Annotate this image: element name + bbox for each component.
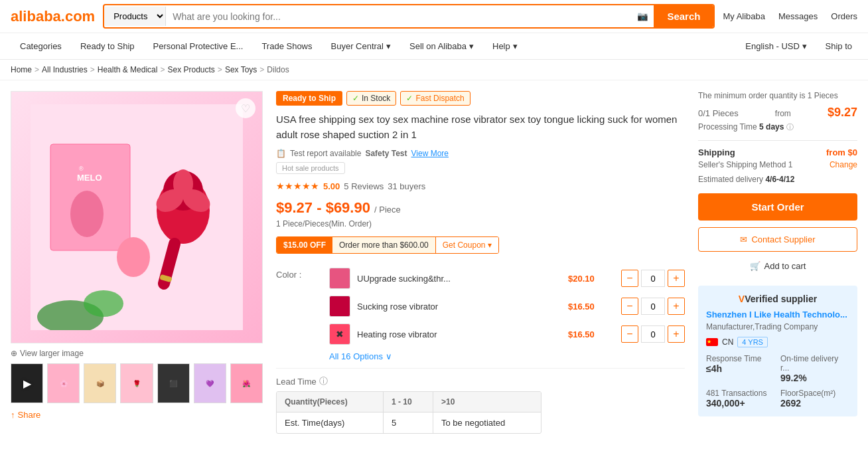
contact-supplier-button[interactable]: ✉ Contact Supplier [698, 227, 857, 252]
table-header-qty: Quantity(Pieces) [277, 392, 384, 412]
messages-link[interactable]: Messages [778, 11, 818, 21]
stat-response-time: Response Time ≤4h [706, 354, 775, 383]
qty-control-2: − + [621, 298, 685, 315]
nav-buyer-central[interactable]: Buyer Central ▾ [322, 33, 400, 59]
language-selector[interactable]: English - USD ▾ [740, 33, 812, 59]
svg-point-4 [70, 191, 104, 237]
lead-time-table: Quantity(Pieces) 1 - 10 >10 Est. Time(da… [276, 391, 542, 434]
nav-categories[interactable]: Categories [11, 33, 71, 59]
color-price-3: $16.50 [568, 329, 615, 339]
color-price-1: $20.10 [568, 274, 615, 284]
thumbnail-video[interactable] [11, 363, 43, 403]
search-bar: Products 📷 Search [103, 4, 715, 29]
ship-to[interactable]: Ship to [820, 33, 857, 59]
add-to-cart-button[interactable]: 🛒 Add to cart [698, 257, 857, 275]
stat-ontime-delivery: On-time delivery r... 99.2% [780, 354, 849, 383]
processing-time: Processing Time 5 days ⓘ [698, 122, 857, 132]
qty-spec: 0/1 Pieces [698, 108, 739, 118]
nav-ready-to-ship[interactable]: Ready to Ship [71, 33, 144, 59]
breadcrumb-sex-products[interactable]: Sex Products [167, 65, 214, 74]
verified-supplier-title: VVerified supplier [706, 294, 849, 304]
badge-in-stock: ✓ In Stock [346, 91, 396, 106]
color-name-3: Heating rose vibrator [357, 329, 561, 339]
breadcrumb-health-medical[interactable]: Health & Medical [98, 65, 158, 74]
thumbnail-3[interactable]: 🌹 [120, 363, 153, 403]
color-price-2: $16.50 [568, 302, 615, 312]
color-swatch-1[interactable] [329, 268, 350, 289]
breadcrumb: Home > All Industries > Health & Medical… [0, 60, 868, 80]
thumbnail-5[interactable]: 💜 [194, 363, 226, 403]
product-title: USA free shipping sex toy sex machine ro… [276, 112, 685, 142]
years-badge: 4 YRS [737, 337, 768, 347]
start-order-button[interactable]: Start Order [698, 193, 857, 221]
coupon-off-label: $15.00 OFF [277, 237, 332, 253]
qty-decrease-2[interactable]: − [621, 298, 638, 315]
qty-input-2[interactable] [641, 298, 665, 315]
qty-input-1[interactable] [641, 270, 665, 287]
qty-decrease-1[interactable]: − [621, 270, 638, 287]
supplier-type: Manufacturer,Trading Company [706, 322, 849, 331]
color-name-2: Sucking rose vibrator [357, 302, 561, 312]
search-category-select[interactable]: Products [104, 7, 166, 26]
get-coupon-button[interactable]: Get Coupon ▾ [435, 237, 498, 253]
breadcrumb-industries[interactable]: All Industries [42, 65, 88, 74]
table-cell-est-time: Est. Time(days) [277, 412, 384, 434]
breadcrumb-sex-toys[interactable]: Sex Toys [225, 65, 257, 74]
shipping-label: Shipping [698, 147, 735, 157]
qty-increase-2[interactable]: + [668, 298, 685, 315]
share-button[interactable]: ↑ Share [11, 410, 263, 420]
nav-right: English - USD ▾ Ship to [740, 33, 857, 59]
my-alibaba-link[interactable]: My Alibaba [723, 11, 765, 21]
qty-control-3: − + [621, 325, 685, 343]
color-options-row: Color : UUpgrade sucking&thr... $20.10 −… [276, 264, 685, 369]
qty-increase-1[interactable]: + [668, 270, 685, 287]
thumbnail-6[interactable]: 🌺 [230, 363, 263, 403]
shipping-method-name: Seller's Shipping Method 1 [698, 160, 792, 169]
shipping-price: from $0 [826, 147, 857, 157]
thumbnail-4[interactable]: ⬛ [157, 363, 190, 403]
price-range: $9.27 - $69.90 / Piece [276, 199, 685, 217]
thumbnail-2[interactable]: 📦 [84, 363, 116, 403]
stat-transactions: 481 Transactions 340,000+ [706, 389, 775, 409]
thumbnail-1[interactable]: 🌸 [47, 363, 80, 403]
wishlist-button[interactable]: ♡ [236, 98, 255, 118]
svg-point-13 [117, 237, 150, 277]
qty-increase-3[interactable]: + [668, 325, 685, 343]
svg-point-12 [84, 290, 123, 317]
table-cell-negotiated: To be negotiated [433, 412, 541, 434]
nav-trade-shows[interactable]: Trade Shows [252, 33, 321, 59]
nav-sell-on-alibaba[interactable]: Sell on Alibaba ▾ [400, 33, 483, 59]
header: alibaba.com Products 📷 Search My Alibaba… [0, 0, 868, 33]
camera-search-button[interactable]: 📷 [632, 7, 654, 25]
product-illustration: MELO ® [31, 104, 243, 330]
nav-help[interactable]: Help ▾ [483, 33, 527, 59]
breadcrumb-home[interactable]: Home [11, 65, 32, 74]
color-swatch-3[interactable]: ✖ [329, 323, 350, 345]
badge-fast-dispatch: ✓ Fast Dispatch [400, 91, 470, 106]
qty-price-row: 0/1 Pieces from $9.27 [698, 106, 857, 120]
rating-score: 5.00 [323, 181, 340, 191]
view-larger-link[interactable]: ⊕ View larger image [11, 349, 263, 358]
table-row: Est. Time(days) 5 To be negotiated [277, 412, 541, 434]
shipping-change-link[interactable]: Change [830, 160, 857, 169]
qty-decrease-3[interactable]: − [621, 325, 638, 343]
review-count: 5 Reviews [344, 181, 384, 191]
lead-time-section: Lead Time ⓘ Quantity(Pieces) 1 - 10 >10 … [276, 375, 685, 434]
search-button[interactable]: Search [654, 5, 713, 27]
supplier-name-link[interactable]: Shenzhen I Like Health Technolo... [706, 310, 849, 320]
logo: alibaba.com [11, 8, 95, 25]
view-more-link[interactable]: View More [411, 149, 449, 158]
unit-price: $9.27 [828, 106, 857, 120]
logo-text: alibaba [11, 8, 61, 25]
color-swatch-2[interactable] [329, 296, 350, 317]
order-panel: The minimum order quantity is 1 Pieces 0… [698, 91, 857, 434]
svg-point-9 [173, 169, 193, 199]
nav-personal-protective[interactable]: Personal Protective E... [144, 33, 253, 59]
all-options-link[interactable]: All 16 Options ∨ [329, 351, 685, 361]
color-options-list: UUpgrade sucking&thr... $20.10 − + Sucki… [329, 264, 685, 361]
search-input[interactable] [166, 7, 632, 26]
supplier-meta: CN 4 YRS [706, 337, 849, 347]
orders-link[interactable]: Orders [831, 11, 857, 21]
qty-input-3[interactable] [641, 325, 665, 343]
star-rating: ★★★★★ [276, 181, 319, 191]
